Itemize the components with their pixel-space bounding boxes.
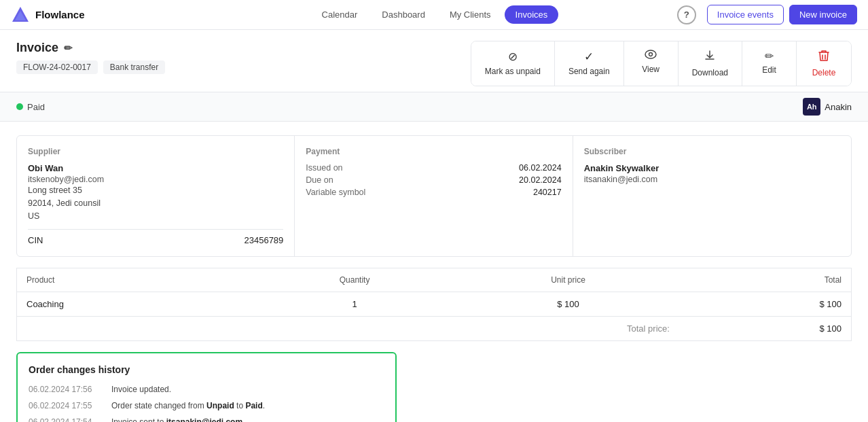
view-button[interactable]: View (624, 41, 679, 86)
new-invoice-button[interactable]: New invoice (789, 5, 857, 24)
action-toolbar: ⊘ Mark as unpaid ✓ Send again View (471, 41, 852, 86)
payment-method-badge: Bank transfer (103, 60, 165, 74)
subscriber-section: Subscriber Anakin Skywalker itsanakin@je… (573, 136, 851, 256)
svg-point-3 (649, 53, 653, 56)
nav-right-buttons: Invoice events New invoice (707, 5, 857, 24)
delete-label: Delete (812, 68, 836, 77)
invoice-title-row: Invoice ✏ (16, 41, 165, 55)
view-label: View (642, 65, 659, 74)
supplier-address-line2: 92014, Jedi counsil (28, 198, 101, 208)
paid-indicator (16, 103, 23, 110)
due-on-row: Due on 20.02.2024 (306, 175, 561, 185)
invoice-header-bar: Invoice ✏ FLOW-24-02-0017 Bank transfer … (0, 30, 868, 92)
total-price-label: Total price: (17, 317, 679, 341)
supplier-country: US (28, 211, 39, 221)
top-nav: Flowlance Calendar Dashboard My Clients … (0, 0, 868, 30)
issued-on-row: Issued on 06.02.2024 (306, 163, 561, 173)
download-button[interactable]: Download (679, 41, 742, 86)
payment-title: Payment (306, 147, 561, 156)
issued-on-value: 06.02.2024 (519, 163, 562, 173)
col-product: Product (17, 268, 253, 292)
mark-unpaid-icon: ⊘ (508, 50, 518, 64)
user-avatar: Ah (803, 98, 820, 116)
app-name: Flowlance (35, 9, 85, 20)
edit-title-icon[interactable]: ✏ (64, 42, 73, 54)
user-name: Anakin (825, 102, 852, 112)
send-again-label: Send again (568, 67, 610, 76)
variable-symbol-value: 240217 (533, 188, 562, 197)
cin-row: CIN 23456789 (28, 229, 283, 245)
cin-label: CIN (28, 235, 43, 245)
history-section: Order changes history 06.02.2024 17:56 I… (16, 352, 397, 422)
supplier-address-line1: Long street 35 (28, 186, 82, 195)
logo-area: Flowlance (11, 5, 85, 24)
due-on-value: 20.02.2024 (519, 175, 562, 185)
variable-symbol-label: Variable symbol (306, 188, 365, 197)
row-quantity: 1 (252, 292, 457, 317)
invoice-title-label: Invoice (16, 41, 58, 55)
history-entry-1: 06.02.2024 17:55 Order state changed fro… (29, 400, 384, 412)
row-product: Coaching (17, 292, 253, 317)
invoice-table: Product Quantity Unit price Total Coachi… (16, 268, 852, 341)
history-time-1: 06.02.2024 17:55 (29, 400, 103, 412)
user-badge: Ah Anakin (803, 98, 852, 116)
logo-icon (11, 5, 30, 24)
history-entry-0: 06.02.2024 17:56 Invoice updated. (29, 383, 384, 395)
supplier-title: Supplier (28, 147, 283, 156)
subscriber-name: Anakin Skywalker (584, 163, 840, 173)
delete-button[interactable]: Delete (797, 41, 851, 86)
total-price-value: $ 100 (679, 317, 852, 341)
invoice-events-button[interactable]: Invoice events (707, 5, 784, 24)
table-row: Coaching 1 $ 100 $ 100 (17, 292, 852, 317)
paid-status: Paid (16, 102, 45, 112)
tab-invoices[interactable]: Invoices (505, 5, 559, 24)
edit-label: Edit (762, 65, 776, 75)
nav-tabs: Calendar Dashboard My Clients Invoices (311, 5, 559, 24)
mark-unpaid-button[interactable]: ⊘ Mark as unpaid (471, 41, 555, 86)
history-time-2: 06.02.2024 17:54 (29, 416, 103, 422)
invoice-title-area: Invoice ✏ FLOW-24-02-0017 Bank transfer (16, 41, 165, 74)
download-label: Download (692, 68, 728, 77)
edit-button[interactable]: ✏ Edit (742, 41, 797, 86)
tab-dashboard[interactable]: Dashboard (371, 5, 436, 24)
total-row: Total price: $ 100 (17, 317, 852, 341)
info-grid: Supplier Obi Wan itskenoby@jedi.com Long… (16, 135, 852, 257)
invoice-badges: FLOW-24-02-0017 Bank transfer (16, 60, 165, 74)
variable-symbol-row: Variable symbol 240217 (306, 188, 561, 197)
invoice-number-badge: FLOW-24-02-0017 (16, 60, 98, 74)
supplier-section: Supplier Obi Wan itskenoby@jedi.com Long… (17, 136, 295, 256)
history-text-1: Order state changed from Unpaid to Paid. (111, 400, 265, 412)
history-entry-2: 06.02.2024 17:54 Invoice sent to itsanak… (29, 416, 384, 422)
delete-icon (818, 50, 829, 65)
main-content: Supplier Obi Wan itskenoby@jedi.com Long… (0, 122, 868, 422)
tab-calendar[interactable]: Calendar (311, 5, 369, 24)
history-time-0: 06.02.2024 17:56 (29, 383, 103, 395)
subscriber-email: itsanakin@jedi.com (584, 175, 840, 184)
col-total: Total (679, 268, 852, 292)
paid-label: Paid (27, 102, 45, 112)
status-bar: Paid Ah Anakin (0, 92, 868, 122)
mark-unpaid-label: Mark as unpaid (485, 67, 541, 76)
history-text-2: Invoice sent to itsanakin@jedi.com. (111, 416, 245, 422)
subscriber-title: Subscriber (584, 147, 840, 156)
row-unit-price: $ 100 (457, 292, 679, 317)
history-text-0: Invoice updated. (111, 383, 171, 395)
col-quantity: Quantity (252, 268, 457, 292)
send-again-button[interactable]: ✓ Send again (555, 41, 624, 86)
supplier-name: Obi Wan (28, 163, 283, 173)
supplier-email: itskenoby@jedi.com (28, 175, 283, 184)
due-on-label: Due on (306, 175, 333, 185)
cin-value: 23456789 (244, 235, 283, 245)
issued-on-label: Issued on (306, 163, 342, 173)
edit-icon: ✏ (765, 50, 774, 63)
history-title: Order changes history (29, 364, 384, 375)
row-total: $ 100 (679, 292, 852, 317)
payment-section: Payment Issued on 06.02.2024 Due on 20.0… (295, 136, 573, 256)
help-button[interactable]: ? (677, 5, 696, 24)
tab-my-clients[interactable]: My Clients (439, 5, 502, 24)
download-icon (704, 50, 716, 65)
col-unit-price: Unit price (457, 268, 679, 292)
send-again-icon: ✓ (584, 50, 594, 64)
supplier-address: Long street 35 92014, Jedi counsil US (28, 184, 283, 222)
svg-point-2 (645, 50, 656, 58)
